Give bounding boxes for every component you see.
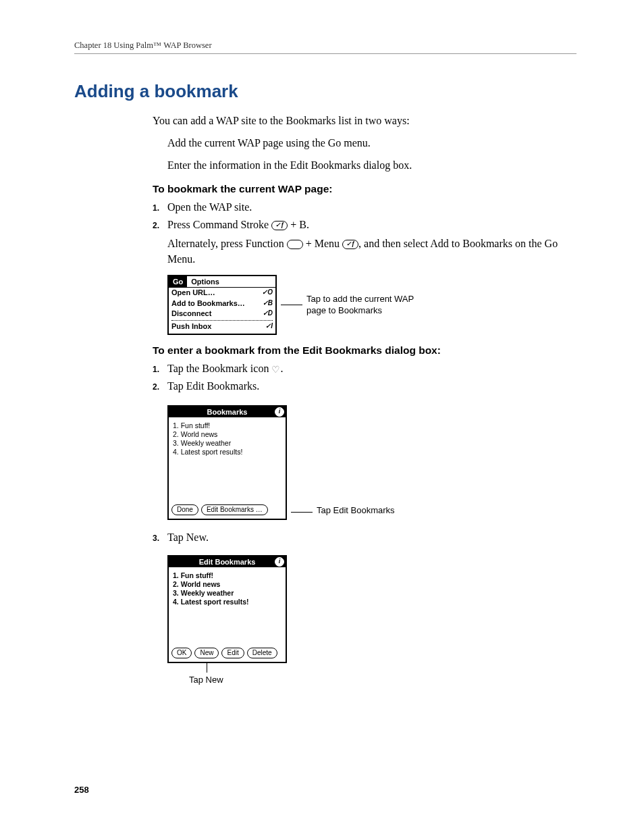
title-text: Edit Bookmarks — [199, 558, 256, 566]
list-item[interactable]: 3. Weekly weather — [173, 439, 281, 448]
done-button[interactable]: Done — [171, 504, 198, 515]
step-1b: 1. Tap the Bookmark icon ♡. — [153, 361, 576, 377]
title-text: Bookmarks — [207, 408, 248, 416]
menu-item-label: Disconnect — [171, 309, 211, 319]
text-fragment: Alternately, press Function — [167, 238, 287, 249]
command-stroke-icon: ✓ƒ — [271, 221, 288, 230]
list-item[interactable]: 4. Latest sport results! — [173, 598, 281, 606]
list-item[interactable]: 1. Fun stuff! — [173, 421, 281, 430]
edit-button[interactable]: Edit — [221, 648, 244, 658]
menu-item-open-url[interactable]: Open URL… ✓O — [171, 288, 273, 298]
menu-item-label: Open URL… — [171, 288, 215, 298]
delete-button[interactable]: Delete — [247, 648, 277, 658]
figure-go-menu: Go Options Open URL… ✓O Add to Bookmarks… — [167, 275, 576, 335]
step-text: Tap the Bookmark icon ♡. — [167, 361, 576, 377]
section-title: Adding a bookmark — [74, 81, 576, 102]
text-fragment: Tap the Bookmark icon — [167, 363, 271, 374]
palm-bookmarks-screenshot: Bookmarks i 1. Fun stuff! 2. World news … — [167, 405, 287, 520]
figure-bookmarks: Bookmarks i 1. Fun stuff! 2. World news … — [167, 405, 576, 520]
menu-shortcut: ✓I — [265, 322, 273, 332]
list-item[interactable]: 3. Weekly weather — [173, 589, 281, 598]
new-button[interactable]: New — [194, 648, 219, 658]
callout-text: Tap New — [189, 674, 576, 686]
palm-screen-title: Edit Bookmarks i — [169, 556, 286, 567]
callout-line — [207, 663, 207, 673]
step-number: 2. — [153, 217, 167, 233]
step-1: 1. Open the WAP site. — [153, 199, 576, 215]
text-fragment: Press Command Stroke — [167, 219, 271, 230]
menu-item-push-inbox[interactable]: Push Inbox ✓I — [171, 321, 273, 332]
step-text: Open the WAP site. — [167, 199, 576, 215]
callout-text: Tap to add the current WAP page to Bookm… — [306, 293, 428, 317]
menu-item-add-bookmarks[interactable]: Add to Bookmarks… ✓B — [171, 298, 273, 309]
list-item[interactable]: 2. World news — [173, 580, 281, 589]
menu-shortcut: ✓D — [263, 309, 273, 319]
menu-item-label: Add to Bookmarks… — [171, 299, 245, 309]
list-item[interactable]: 1. Fun stuff! — [173, 571, 281, 580]
info-icon[interactable]: i — [275, 557, 284, 567]
list-item[interactable]: 2. World news — [173, 430, 281, 439]
callout-text: Tap Edit Bookmarks — [317, 504, 395, 517]
step-number: 1. — [153, 199, 167, 215]
palm-edit-bookmarks-screenshot: Edit Bookmarks i 1. Fun stuff! 2. World … — [167, 555, 287, 663]
info-icon[interactable]: i — [275, 407, 284, 417]
text-fragment: . — [280, 363, 283, 374]
palm-menu-screenshot: Go Options Open URL… ✓O Add to Bookmarks… — [167, 275, 277, 335]
menu-shortcut: ✓B — [263, 299, 273, 309]
callout-line — [281, 305, 302, 305]
figure-edit-bookmarks: Edit Bookmarks i 1. Fun stuff! 2. World … — [167, 555, 576, 686]
step-2: 2. Press Command Stroke ✓ƒ + B. — [153, 217, 576, 233]
menu-tab-options[interactable]: Options — [187, 276, 223, 287]
bookmark-heart-icon: ♡ — [271, 363, 280, 377]
list-item[interactable]: 4. Latest sport results! — [173, 448, 281, 457]
step-text: Tap Edit Bookmarks. — [167, 378, 576, 394]
step-text: Tap New. — [167, 529, 576, 546]
step-number: 2. — [153, 378, 167, 394]
menu-item-disconnect[interactable]: Disconnect ✓D — [171, 309, 273, 319]
function-key-icon — [287, 240, 303, 249]
bullet-2: Enter the information in the Edit Bookma… — [167, 157, 576, 173]
subhead-bookmark-current: To bookmark the current WAP page: — [153, 183, 576, 195]
step-number: 1. — [153, 361, 167, 377]
menu-tab-go[interactable]: Go — [169, 276, 187, 287]
subhead-enter-bookmark: To enter a bookmark from the Edit Bookma… — [153, 344, 576, 357]
bullet-1: Add the current WAP page using the Go me… — [167, 135, 576, 151]
menu-separator — [171, 320, 273, 321]
step-3: 3. Tap New. — [153, 529, 576, 546]
running-head: Chapter 18 Using Palm™ WAP Browser — [74, 41, 576, 54]
edit-bookmarks-button[interactable]: Edit Bookmarks … — [201, 504, 268, 515]
palm-screen-title: Bookmarks i — [169, 407, 286, 417]
step-number: 3. — [153, 529, 167, 546]
intro-text: You can add a WAP site to the Bookmarks … — [153, 113, 576, 128]
step-2b: 2. Tap Edit Bookmarks. — [153, 378, 576, 394]
step-text: Press Command Stroke ✓ƒ + B. — [167, 217, 576, 233]
menu-shortcut: ✓O — [262, 288, 273, 298]
callout-line — [291, 512, 313, 513]
step-follow-text: Alternately, press Function + Menu ✓ƒ, a… — [167, 236, 576, 267]
text-fragment: + B. — [288, 219, 309, 230]
menu-item-label: Push Inbox — [171, 322, 211, 332]
page-number: 258 — [74, 785, 89, 795]
ok-button[interactable]: OK — [171, 648, 192, 658]
text-fragment: + Menu — [303, 238, 342, 249]
menu-stroke-icon: ✓ƒ — [342, 240, 358, 249]
